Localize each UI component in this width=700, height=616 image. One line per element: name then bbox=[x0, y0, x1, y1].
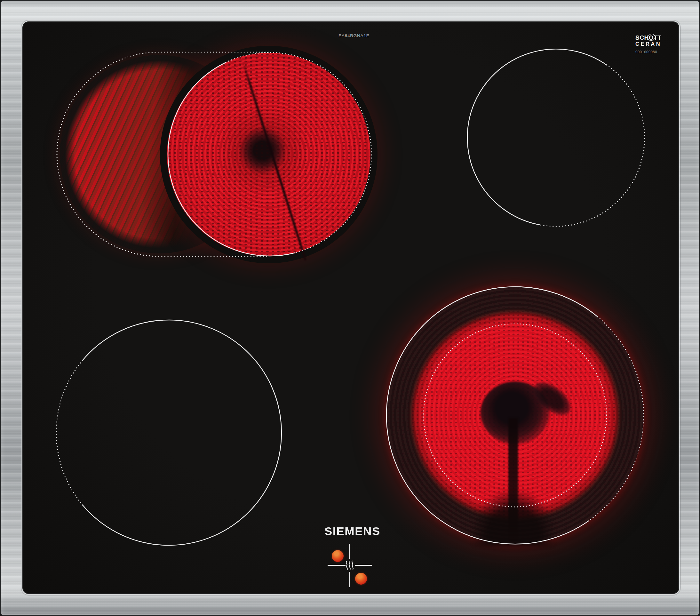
ceramic-glass-surface: EA64RGNA1E SCHOTT CERAN 9001609080 SIEME… bbox=[23, 22, 678, 593]
marking-front-left-solid bbox=[83, 320, 282, 545]
zone-rear-left-main-glow bbox=[167, 53, 371, 256]
glass-part-number: 9001609080 bbox=[635, 50, 661, 54]
schott-text-a: SCH bbox=[635, 34, 649, 41]
marking-front-left-dotted bbox=[56, 360, 83, 505]
siemens-logo: SIEMENS bbox=[324, 525, 380, 538]
model-number-label: EA64RGNA1E bbox=[338, 33, 370, 38]
schott-wordmark: SCHOTT bbox=[635, 35, 661, 41]
marking-rear-right-dotted bbox=[540, 65, 645, 226]
zone-front-right-glow bbox=[386, 287, 644, 544]
heating-filament-shadow bbox=[242, 62, 307, 261]
stem-base-shadow bbox=[474, 492, 553, 546]
residual-heat-dot-icon bbox=[332, 550, 343, 562]
hob-product-photo: EA64RGNA1E SCHOTT CERAN 9001609080 SIEME… bbox=[0, 0, 700, 616]
schott-o-with-ring-icon: O bbox=[649, 35, 654, 41]
crosshair-line-right bbox=[355, 565, 372, 566]
marking-rear-right-solid bbox=[467, 49, 607, 225]
ceran-wordmark: CERAN bbox=[635, 41, 661, 47]
residual-heat-indicator-cluster bbox=[324, 542, 376, 590]
residual-heat-dot-icon bbox=[355, 573, 367, 584]
crosshair-line-left bbox=[328, 565, 346, 566]
schott-ceran-logo: SCHOTT CERAN 9001609080 bbox=[635, 35, 661, 54]
crosshair-line-bottom bbox=[349, 572, 350, 587]
heat-waves-icon bbox=[345, 560, 354, 570]
crosshair-line-top bbox=[349, 544, 350, 559]
